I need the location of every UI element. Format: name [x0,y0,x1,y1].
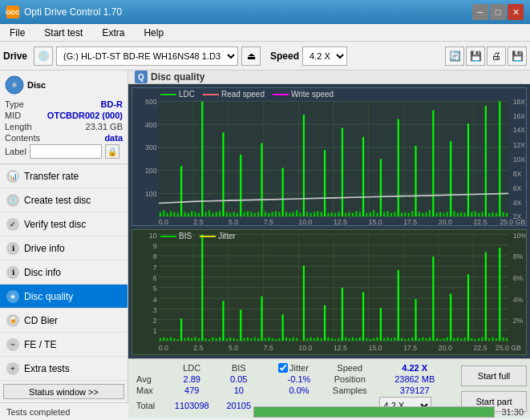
svg-rect-209 [485,252,487,341]
svg-rect-204 [398,270,399,341]
minimize-button[interactable]: ─ [472,4,488,20]
svg-rect-247 [321,338,322,341]
disc-label-input[interactable] [30,144,102,159]
svg-text:6: 6 [153,274,157,282]
svg-rect-101 [359,212,361,217]
avg-row: Avg 2.89 0.05 -0.1% Position 23862 MB [133,374,453,385]
svg-text:6X: 6X [513,184,522,192]
ldc-legend-color [160,94,176,95]
svg-rect-90 [321,212,322,217]
disc-label-row: Label 🔒 [5,144,123,159]
status-window-button[interactable]: Status window >> [3,384,124,399]
svg-text:400: 400 [145,121,157,129]
svg-rect-250 [334,339,336,341]
max-bis: 10 [219,385,260,396]
nav-disc-info-label: Disc info [24,267,61,278]
svg-text:17.5: 17.5 [403,344,417,352]
svg-rect-138 [488,213,490,216]
svg-rect-61 [219,211,220,216]
menu-extra[interactable]: Extra [95,26,131,40]
svg-rect-285 [488,338,490,341]
disc-mid-value: OTCBDR002 (000) [47,111,123,120]
svg-rect-69 [247,211,249,216]
menu-start-test[interactable]: Start test [38,26,89,40]
svg-rect-60 [216,212,217,217]
svg-rect-124 [439,212,441,217]
nav-fe-te[interactable]: ~ FE / TE [0,333,127,357]
svg-text:15.0: 15.0 [369,218,382,225]
svg-rect-80 [285,212,287,217]
toolbar-icons: 🔄 💾 🖨 💾 [445,46,527,66]
svg-rect-123 [436,213,438,216]
jitter-checkbox[interactable] [278,363,288,373]
speed-select[interactable]: 4.2 X [302,46,347,66]
svg-point-2 [14,84,16,87]
maximize-button[interactable]: □ [490,4,506,20]
nav-verify-test-disc[interactable]: ✓ Verify test disc [0,212,127,236]
toolbar-btn-2[interactable]: 💾 [466,46,485,66]
app-title: Opti Drive Control 1.70 [24,6,122,18]
nav-disc-info[interactable]: ℹ Disc info [0,260,127,285]
jitter-col-header: Jitter [275,362,323,374]
disc-label-btn[interactable]: 🔒 [105,144,119,159]
toolbar-btn-1[interactable]: 🔄 [445,46,464,66]
bottom-chart: BIS Jitter [131,229,527,355]
svg-rect-192 [163,337,164,341]
svg-rect-260 [376,337,378,341]
samples-value: 379127 [376,385,453,396]
svg-text:4: 4 [153,296,157,304]
svg-rect-48 [173,212,175,217]
svg-rect-57 [205,212,207,217]
svg-rect-221 [208,339,210,341]
svg-text:2: 2 [153,317,157,325]
svg-text:9: 9 [153,242,157,250]
bottom-chart-svg: 10 9 8 7 6 5 4 3 2 1 10% 8% 6% 4% 2% [132,230,526,354]
nav-drive-info[interactable]: ℹ Drive info [0,236,127,260]
top-chart: LDC Read speed Write speed [131,87,527,226]
eject-button[interactable]: ⏏ [241,46,261,66]
nav-disc-quality-label: Disc quality [24,291,73,302]
toolbar: Drive 💿 (G:) HL-DT-ST BD-RE WH16NS48 1.D… [0,42,530,71]
toolbar-btn-3[interactable]: 🖨 [487,46,506,66]
svg-rect-134 [475,211,476,216]
disc-icon [5,75,24,95]
jitter-checkbox-label[interactable]: Jitter [278,363,320,373]
svg-text:25.0 GB: 25.0 GB [496,344,521,352]
nav-disc-quality[interactable]: ★ Disc quality [0,285,127,309]
svg-rect-82 [293,212,294,217]
svg-rect-65 [233,212,234,217]
svg-rect-126 [447,212,448,217]
speed-label: Speed [270,50,299,62]
svg-rect-112 [398,119,399,216]
svg-text:8%: 8% [513,253,524,261]
toolbar-btn-4[interactable]: 💾 [508,46,527,66]
menu-help[interactable]: Help [137,26,170,40]
menu-file[interactable]: File [3,26,31,40]
read-speed-legend-label: Read speed [221,90,265,99]
disc-type-row: Type BD-R [5,99,123,109]
progress-bar-container [253,406,496,418]
jitter-legend-color [200,236,216,237]
svg-text:100: 100 [145,190,157,198]
nav-cd-bier[interactable]: 🍺 CD Bier [0,309,127,333]
disc-length-label: Length [5,122,32,131]
start-full-button[interactable]: Start full [461,365,527,386]
close-button[interactable]: ✕ [508,4,524,20]
svg-rect-269 [419,338,420,341]
svg-text:17.5: 17.5 [403,218,417,225]
svg-text:22.5: 22.5 [474,344,488,352]
svg-rect-45 [163,210,164,216]
disc-type-value: BD-R [101,99,123,109]
svg-text:10X: 10X [513,155,526,164]
svg-text:15.0: 15.0 [369,344,382,352]
drive-icon-button[interactable]: 💿 [34,46,53,66]
svg-text:2%: 2% [513,317,524,325]
svg-rect-258 [370,339,371,341]
svg-rect-205 [415,299,416,341]
drive-select[interactable]: (G:) HL-DT-ST BD-RE WH16NS48 1.D3 [56,46,238,66]
svg-rect-125 [443,213,444,216]
nav-extra-tests[interactable]: + Extra tests [0,357,127,381]
nav-create-test-disc[interactable]: 💿 Create test disc [0,188,127,212]
nav-transfer-rate[interactable]: 📊 Transfer rate [0,164,127,188]
svg-rect-286 [492,337,493,341]
